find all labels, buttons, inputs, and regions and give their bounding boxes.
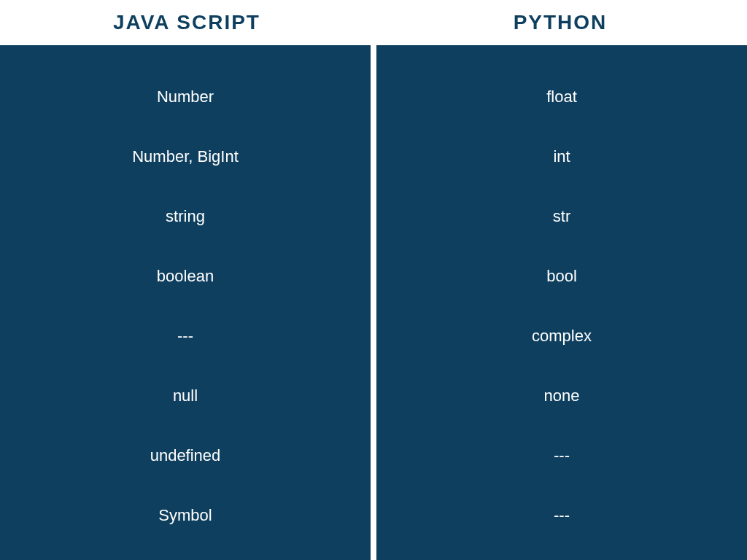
header-python: PYTHON: [374, 0, 747, 45]
table-header-row: JAVA SCRIPT PYTHON: [0, 0, 747, 45]
table-cell: str: [376, 187, 747, 246]
table-cell: boolean: [0, 246, 371, 306]
table-cell: string: [0, 187, 371, 246]
table-cell: complex: [376, 306, 747, 366]
column-javascript: Number Number, BigInt string boolean ---…: [0, 45, 374, 560]
header-javascript: JAVA SCRIPT: [0, 0, 374, 45]
table-cell: Symbol: [0, 486, 371, 545]
table-cell: Number: [0, 67, 371, 127]
table-cell: int: [376, 127, 747, 187]
table-cell: ---: [0, 306, 371, 366]
column-python: float int str bool complex none --- ---: [374, 45, 747, 560]
table-cell: ---: [376, 426, 747, 486]
table-cell: ---: [376, 486, 747, 545]
table-cell: Number, BigInt: [0, 127, 371, 187]
table-cell: undefined: [0, 426, 371, 486]
table-cell: float: [376, 67, 747, 127]
table-cell: none: [376, 366, 747, 426]
table-body: Number Number, BigInt string boolean ---…: [0, 45, 747, 560]
comparison-table: JAVA SCRIPT PYTHON Number Number, BigInt…: [0, 0, 747, 560]
table-cell: null: [0, 366, 371, 426]
table-cell: bool: [376, 246, 747, 306]
